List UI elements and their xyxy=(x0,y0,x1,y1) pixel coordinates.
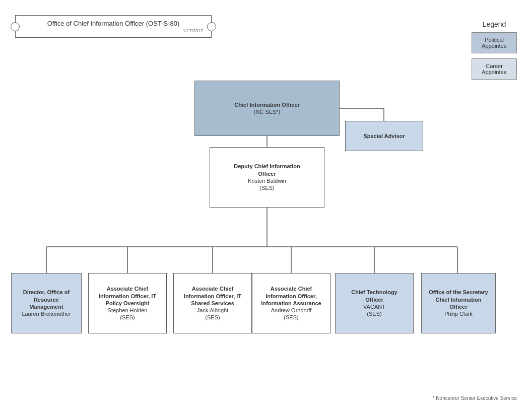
deputy-name: Kristen Baldwin xyxy=(248,177,286,184)
acio-assurance-sub: (SES) xyxy=(284,314,298,321)
ots-cio-title: Office of the SecretaryChief Information… xyxy=(429,289,488,310)
director-orm-title: Director, Office ofResourceManagement xyxy=(23,289,70,310)
deputy-title: Deputy Chief InformationOfficer xyxy=(234,163,300,177)
legend-political: PoliticalAppointee xyxy=(472,32,517,53)
org-chart: Chief Information Officer (NC SES*) Spec… xyxy=(0,65,532,411)
special-advisor-box: Special Advisor xyxy=(345,121,423,151)
header-date: 1/17/2017 xyxy=(24,28,203,33)
header-circle-left xyxy=(11,22,20,31)
cto-sub: (SES) xyxy=(367,310,381,317)
footer-note: * Noncareer Senior Executive Service xyxy=(433,395,517,401)
cto-vacant: VACANT xyxy=(363,303,385,310)
header-title: Office of Chief Information Officer (OST… xyxy=(24,20,203,27)
special-advisor-title: Special Advisor xyxy=(363,132,405,140)
director-orm-name: Lauren Breitenother xyxy=(22,310,71,317)
acio-assurance-box: Associate ChiefInformation Officer,Infor… xyxy=(252,273,330,333)
ots-cio-name: Philip Clark xyxy=(444,310,473,317)
legend-title: Legend xyxy=(472,20,517,28)
acio-policy-title: Associate ChiefInformation Officer, ITPo… xyxy=(99,285,156,307)
acio-policy-box: Associate ChiefInformation Officer, ITPo… xyxy=(88,273,167,333)
cio-title: Chief Information Officer xyxy=(234,101,300,108)
cio-sub: (NC SES*) xyxy=(254,108,281,115)
cto-box: Chief TechnologyOfficer VACANT (SES) xyxy=(335,273,414,333)
acio-shared-title: Associate ChiefInformation Officer, ITSh… xyxy=(184,285,241,307)
deputy-sub: (SES) xyxy=(259,184,274,191)
director-orm-box: Director, Office ofResourceManagement La… xyxy=(11,273,82,333)
page: Office of Chief Information Officer (OST… xyxy=(0,0,532,411)
acio-policy-sub: (SES) xyxy=(120,314,135,321)
acio-shared-name: Jack Albright xyxy=(197,307,228,314)
cto-title: Chief TechnologyOfficer xyxy=(351,289,397,303)
ots-cio-box: Office of the SecretaryChief Information… xyxy=(421,273,496,333)
header-circle-right xyxy=(207,22,216,31)
acio-assurance-name: Andrew Orndorff xyxy=(271,307,312,314)
deputy-cio-box: Deputy Chief InformationOfficer Kristen … xyxy=(210,147,324,208)
cio-box: Chief Information Officer (NC SES*) xyxy=(194,81,340,136)
acio-assurance-title: Associate ChiefInformation Officer,Infor… xyxy=(261,285,321,307)
header-box: Office of Chief Information Officer (OST… xyxy=(15,15,212,38)
acio-policy-name: Stephen Holden xyxy=(108,307,148,314)
acio-shared-box: Associate ChiefInformation Officer, ITSh… xyxy=(173,273,252,333)
acio-shared-sub: (SES) xyxy=(205,314,220,321)
